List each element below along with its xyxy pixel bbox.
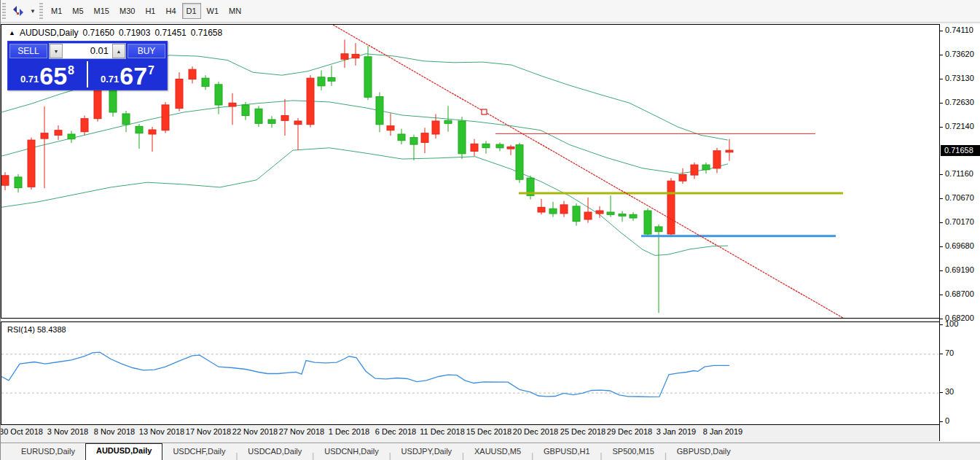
date-label: 17 Nov 2018	[186, 427, 231, 436]
price-tick-label: 0.69190	[945, 265, 974, 274]
price-tick-label-tick	[940, 127, 943, 128]
trendline-handle[interactable]	[482, 109, 487, 114]
timeframe-button-M30[interactable]: M30	[115, 3, 139, 19]
chart-tab-EURUSD[interactable]: EURUSD,Daily	[11, 445, 85, 460]
price-tick-label: 0.72630	[945, 98, 974, 106]
chart-tab-GBPUSD[interactable]: GBPUSD,Daily	[667, 445, 741, 460]
timeframe-button-D1[interactable]: D1	[182, 3, 201, 19]
timeframe-button-W1[interactable]: W1	[203, 3, 224, 19]
chart-tab-AUDUSD[interactable]: AUDUSD,Daily	[85, 443, 162, 460]
date-label: 8 Jan 2019	[703, 427, 742, 436]
date-label: 29 Dec 2018	[607, 427, 652, 436]
timeframe-button-M1[interactable]: M1	[47, 3, 66, 19]
chart-tab-USDCHF[interactable]: USDCHF,Daily	[162, 445, 235, 460]
price-tick-label: 0.70670	[945, 193, 974, 202]
rsi-tick-30: 30	[945, 387, 954, 396]
date-label: 3 Nov 2018	[47, 427, 88, 436]
rsi-tick-100-tick	[940, 324, 943, 325]
rsi-chart[interactable]	[1, 322, 938, 424]
chart-tab-GBPUSD[interactable]: GBPUSD,H1	[533, 445, 600, 460]
timeframe-toolbar: ▼ M1M5M15M30H1H4D1W1MN	[1, 0, 980, 23]
chart-tab-SP500[interactable]: SP500,M15	[602, 445, 664, 460]
price-tick-label-tick	[940, 103, 943, 104]
timeframe-button-H4[interactable]: H4	[161, 3, 180, 19]
date-label: 8 Nov 2018	[94, 427, 135, 436]
rsi-tick-0-tick	[940, 421, 943, 422]
price-tick-label: 0.72140	[945, 122, 974, 130]
price-tick-label: 0.73130	[945, 74, 974, 82]
date-label: 6 Dec 2018	[375, 427, 416, 436]
collapse-panel-icon[interactable]: ▲	[9, 29, 15, 36]
price-tick-label-tick	[940, 79, 943, 79]
price-tick-label-tick	[940, 198, 943, 199]
date-label: 13 Nov 2018	[139, 427, 184, 436]
chart-tab-XAUUSD[interactable]: XAUUSD,M5	[464, 445, 531, 460]
timeframe-button-MN[interactable]: MN	[224, 3, 246, 19]
timeframe-button-M5[interactable]: M5	[68, 3, 87, 19]
ask-big-digits: 67	[119, 64, 147, 87]
ask-price-display[interactable]: 0.71 67 7	[88, 60, 167, 89]
price-tick-label: 0.74110	[945, 26, 973, 34]
ohlc-open: 0.71650	[83, 28, 114, 38]
rsi-tick-0: 0	[945, 416, 949, 425]
rsi-line	[1, 352, 729, 397]
chart-tab-USDJPY[interactable]: USDJPY,Daily	[391, 445, 463, 460]
rsi-value-label: RSI(14) 58.4388	[7, 325, 66, 334]
chart-tab-USDCAD[interactable]: USDCAD,Daily	[238, 445, 312, 460]
trendline[interactable]	[333, 25, 847, 318]
price-tick-label: 0.71160	[945, 169, 973, 178]
date-label: 30 Oct 2018	[0, 427, 43, 436]
buy-button[interactable]: BUY	[128, 44, 165, 58]
chart-tab-bar: EURUSD,DailyAUDUSD,DailyUSDCHF,Daily|USD…	[1, 443, 980, 460]
volume-input[interactable]: 0.01	[63, 44, 112, 58]
price-tick-label: 0.69680	[945, 241, 974, 250]
price-tick-label-tick	[940, 31, 943, 31]
date-label: 15 Dec 2018	[466, 427, 511, 436]
chart-tab-USDCNH[interactable]: USDCNH,Daily	[314, 445, 389, 460]
ask-prefix: 0.71	[101, 74, 119, 85]
toolbar-gripper-2[interactable]	[39, 3, 43, 19]
volume-increase-button[interactable]: ▲	[112, 44, 125, 58]
volume-decrease-button[interactable]: ▼	[50, 44, 63, 58]
ohlc-low: 0.71451	[154, 28, 186, 38]
symbol-arrows-icon[interactable]	[9, 3, 28, 19]
date-label: 22 Nov 2018	[232, 427, 278, 436]
timeframe-button-M15[interactable]: M15	[90, 3, 114, 19]
ohlc-high: 0.71903	[119, 28, 150, 38]
time-axis[interactable]: 30 Oct 20183 Nov 20188 Nov 201813 Nov 20…	[1, 425, 939, 441]
price-tick-label-tick	[940, 295, 943, 295]
price-tick-label-tick	[940, 55, 943, 55]
chevron-down-icon[interactable]: ▼	[28, 8, 38, 15]
one-click-trading-panel: SELL ▼ 0.01 ▲ BUY 0.71 65 8 0.71 67	[7, 41, 168, 90]
rsi-tick-100: 100	[945, 319, 958, 328]
toolbar-gripper[interactable]	[2, 3, 6, 19]
rsi-indicator-pane[interactable]: RSI(14) 58.4388	[1, 321, 939, 425]
bid-prefix: 0.71	[20, 74, 39, 85]
timeframe-button-H1[interactable]: H1	[141, 3, 160, 19]
ohlc-close: 0.71658	[191, 28, 222, 38]
date-label: 3 Jan 2019	[656, 427, 696, 436]
bid-pip-digit: 8	[68, 64, 74, 77]
sell-button[interactable]: SELL	[9, 44, 47, 58]
date-label: 27 Nov 2018	[279, 427, 324, 436]
rsi-tick-30-tick	[940, 392, 943, 393]
volume-stepper: ▼ 0.01 ▲	[49, 43, 126, 59]
date-label: 25 Dec 2018	[560, 427, 605, 436]
ask-pip-digit: 7	[148, 64, 154, 77]
price-tick-label: 0.73620	[945, 50, 974, 58]
bollinger-lower-band	[1, 148, 728, 256]
chart-title: ▲ AUDUSD,Daily 0.71650 0.71903 0.71451 0…	[9, 28, 222, 38]
price-tick-label: 0.70170	[945, 217, 974, 226]
price-tick-label-tick	[940, 174, 943, 175]
price-axis[interactable]: 0.741100.736200.731300.726300.721400.711…	[939, 24, 980, 441]
rsi-tick-70-tick	[940, 354, 943, 354]
current-price-tag: 0.71658	[941, 145, 980, 156]
price-tick-label: 0.68700	[945, 289, 974, 298]
price-tick-label-tick	[940, 246, 943, 247]
date-label: 11 Dec 2018	[420, 427, 465, 436]
mt4-window: ▼ M1M5M15M30H1H4D1W1MN ▲ AUDUSD,Daily 0.…	[0, 0, 980, 460]
main-chart-pane[interactable]: ▲ AUDUSD,Daily 0.71650 0.71903 0.71451 0…	[1, 24, 939, 319]
bid-price-display[interactable]: 0.71 65 8	[8, 60, 87, 89]
price-tick-label-tick	[940, 222, 943, 223]
rsi-tick-70: 70	[945, 348, 954, 357]
